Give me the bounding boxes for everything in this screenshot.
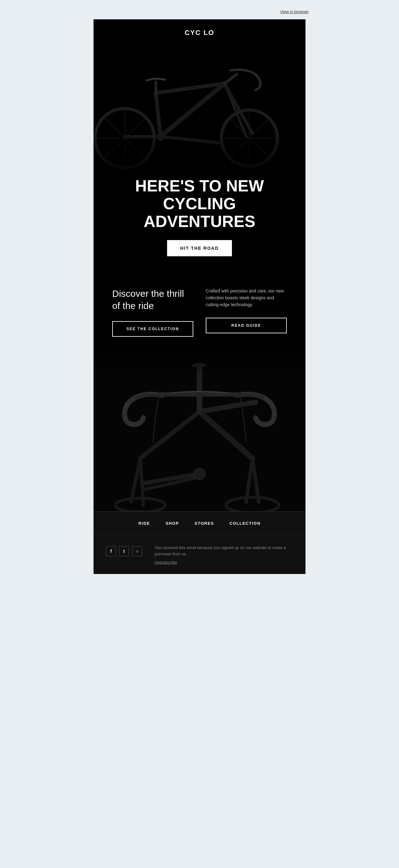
handlebar-bike-svg [94, 349, 305, 511]
svg-point-39 [194, 468, 205, 479]
footer-email-text: You received this email because you sign… [155, 545, 286, 557]
middle-right: Crafted with precision and care, our new… [206, 287, 287, 333]
middle-section: Discover the thrill of the ride SEE THE … [94, 272, 305, 349]
logo: CYC LO [185, 19, 214, 37]
view-in-browser-link[interactable]: View in browser [280, 9, 309, 14]
hit-the-road-button[interactable]: HIT THE ROAD [167, 240, 232, 256]
footer-text-block: You received this email because you sign… [155, 545, 293, 565]
footer-nav-collection[interactable]: COLLECTION [229, 521, 260, 526]
facebook-icon[interactable]: f [106, 546, 116, 556]
twitter-icon[interactable]: t [119, 546, 129, 556]
svg-rect-40 [94, 349, 305, 374]
instagram-icon[interactable]: ○ [132, 546, 142, 556]
hero-bike-image [94, 37, 305, 180]
discover-title: Discover the thrill of the ride [112, 287, 193, 312]
footer-bottom: f t ○ You received this email because yo… [94, 535, 305, 574]
hero-text-block: HERE'S TO NEW CYCLING ADVENTURES HIT THE… [94, 171, 305, 272]
header-section: CYC LO [94, 19, 305, 272]
read-guide-button[interactable]: READ GUIDE [206, 318, 287, 333]
footer-nav-stores[interactable]: STORES [194, 521, 214, 526]
hero-bike-svg [94, 37, 305, 180]
view-in-browser-bar: View in browser [0, 6, 399, 17]
bike-handlebar-image [94, 349, 305, 511]
crafted-description: Crafted with precision and care, our new… [206, 287, 287, 308]
hero-title: HERE'S TO NEW CYCLING ADVENTURES [106, 177, 293, 231]
social-icons-container: f t ○ [106, 546, 142, 556]
email-container: CYC LO [94, 19, 305, 574]
footer-nav-shop[interactable]: SHOP [165, 521, 179, 526]
footer-nav: RIDE SHOP STORES COLLECTION [94, 511, 305, 535]
see-collection-button[interactable]: SEE THE COLLECTION [112, 321, 193, 337]
middle-left: Discover the thrill of the ride SEE THE … [112, 287, 193, 337]
unsubscribe-link[interactable]: Unsubscribe [155, 560, 293, 565]
footer-nav-ride[interactable]: RIDE [139, 521, 150, 526]
